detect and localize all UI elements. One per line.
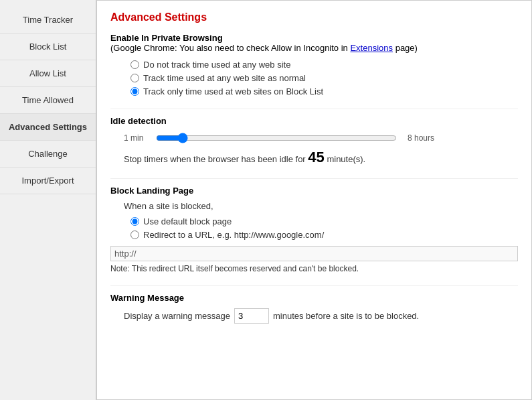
- sidebar: Time Tracker Block List Allow List Time …: [0, 0, 96, 400]
- warning-row: Display a warning message minutes before…: [124, 308, 518, 324]
- warning-message-title: Warning Message: [110, 293, 518, 303]
- sidebar-item-time-tracker[interactable]: Time Tracker: [0, 7, 96, 34]
- enable-private-title: Enable In Private Browsing: [110, 33, 518, 43]
- when-blocked-text: When a site is blocked,: [124, 201, 518, 211]
- idle-slider[interactable]: [156, 133, 397, 143]
- radio-redirect-url[interactable]: Redirect to a URL, e.g. http://www.googl…: [130, 230, 518, 240]
- radio-no-track-label: Do not track time used at any web site: [143, 60, 290, 70]
- note-prefix: (Google Chrome: You also need to check A…: [110, 43, 350, 53]
- block-landing-title: Block Landing Page: [110, 186, 518, 196]
- radio-no-track[interactable]: Do not track time used at any web site: [130, 60, 518, 70]
- sidebar-item-import-export[interactable]: Import/Export: [0, 168, 96, 194]
- radio-no-track-input[interactable]: [130, 60, 139, 69]
- sidebar-item-time-allowed[interactable]: Time Allowed: [0, 87, 96, 114]
- extensions-link[interactable]: Extensions: [350, 43, 393, 53]
- divider-1: [110, 109, 518, 109]
- radio-use-default-label: Use default block page: [143, 216, 232, 226]
- radio-redirect-url-input[interactable]: [130, 230, 139, 239]
- idle-description-suffix: minute(s).: [325, 154, 365, 164]
- enable-private-section: Enable In Private Browsing (Google Chrom…: [110, 33, 518, 96]
- radio-track-block-input[interactable]: [130, 87, 139, 96]
- radio-use-default[interactable]: Use default block page: [130, 216, 518, 226]
- idle-detection-section: Idle detection 1 min 8 hours Stop timers…: [110, 116, 518, 166]
- redirect-note: Note: This redirect URL itself becomes r…: [110, 264, 518, 273]
- sidebar-item-allow-list[interactable]: Allow List: [0, 60, 96, 87]
- main-content: Advanced Settings Enable In Private Brow…: [96, 0, 532, 400]
- warning-label-suffix: minutes before a site is to be blocked.: [273, 311, 419, 321]
- radio-track-normal-label: Track time used at any web site as norma…: [143, 73, 306, 83]
- radio-track-normal-input[interactable]: [130, 74, 139, 82]
- warning-label-prefix: Display a warning message: [124, 311, 230, 321]
- private-radio-group: Do not track time used at any web site T…: [130, 60, 518, 96]
- radio-use-default-input[interactable]: [130, 217, 139, 226]
- radio-redirect-url-label: Redirect to a URL, e.g. http://www.googl…: [143, 230, 324, 240]
- warning-message-section: Warning Message Display a warning messag…: [110, 293, 518, 324]
- sidebar-item-challenge[interactable]: Challenge: [0, 141, 96, 168]
- idle-value: 45: [308, 149, 324, 165]
- block-landing-section: Block Landing Page When a site is blocke…: [110, 186, 518, 273]
- sidebar-item-block-list[interactable]: Block List: [0, 34, 96, 60]
- slider-min-label: 1 min: [124, 133, 151, 143]
- divider-3: [110, 285, 518, 286]
- note-suffix: page): [393, 43, 418, 53]
- idle-description: Stop timers when the browser has been id…: [124, 149, 518, 166]
- idle-detection-title: Idle detection: [110, 116, 518, 126]
- block-radio-group: Use default block page Redirect to a URL…: [130, 216, 518, 240]
- slider-max-label: 8 hours: [408, 133, 434, 143]
- warning-minutes-input[interactable]: [234, 308, 269, 324]
- sidebar-item-advanced-settings[interactable]: Advanced Settings: [0, 114, 96, 141]
- radio-track-block[interactable]: Track only time used at web sites on Blo…: [130, 86, 518, 96]
- radio-track-normal[interactable]: Track time used at any web site as norma…: [130, 73, 518, 83]
- divider-2: [110, 178, 518, 179]
- idle-description-prefix: Stop timers when the browser has been id…: [124, 154, 308, 164]
- radio-track-block-label: Track only time used at web sites on Blo…: [143, 86, 323, 96]
- slider-row: 1 min 8 hours: [124, 133, 518, 143]
- enable-private-note: (Google Chrome: You also need to check A…: [110, 43, 518, 53]
- page-title: Advanced Settings: [110, 11, 518, 23]
- redirect-url-input[interactable]: [110, 246, 518, 261]
